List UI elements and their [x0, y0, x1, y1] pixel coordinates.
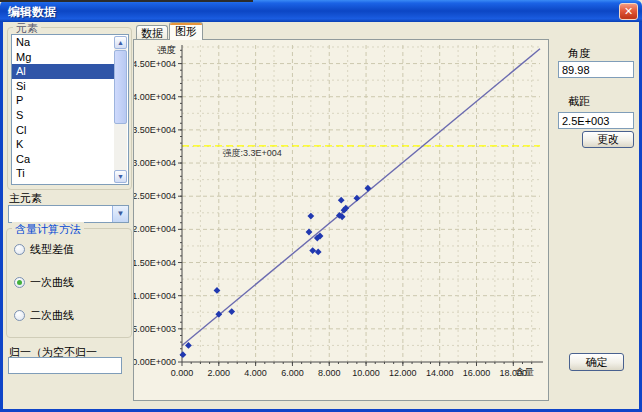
element-list[interactable]: NaMgAlSiPSClKCaTi ▲ ▼: [11, 34, 129, 185]
radio-icon[interactable]: [14, 244, 25, 255]
change-button[interactable]: 更改: [582, 131, 634, 148]
list-item-s[interactable]: S: [12, 108, 115, 123]
radio-option-1[interactable]: 线型差值: [14, 242, 74, 256]
background-window-edge: [0, 0, 253, 2]
list-item-na[interactable]: Na: [12, 35, 115, 50]
title-bar[interactable]: 编辑数据 ✕: [0, 0, 642, 22]
radio-label: 二次曲线: [30, 308, 74, 323]
list-item-p[interactable]: P: [12, 93, 115, 108]
ok-button[interactable]: 确定: [569, 353, 624, 371]
main-element-label: 主元素: [9, 191, 42, 206]
tab-graph[interactable]: 图形: [169, 22, 203, 40]
chart-tab-panel: 强度:3.3E+0040.0002.0004.0006.0008.00010.0…: [133, 39, 549, 401]
element-list-scrollbar[interactable]: ▲ ▼: [114, 36, 127, 183]
data-point[interactable]: [214, 287, 221, 294]
data-point[interactable]: [228, 308, 235, 315]
y-tick-label: 5.00E+003: [134, 324, 176, 334]
y-tick-label: 0.00E+000: [134, 357, 176, 367]
tab-data[interactable]: 数据: [136, 25, 168, 40]
x-tick-label: 0.000: [171, 368, 194, 378]
data-point[interactable]: [185, 342, 192, 349]
data-point[interactable]: [180, 351, 187, 358]
window-border-left: [0, 22, 3, 412]
y-tick-label: 2.50E+004: [134, 191, 176, 201]
radio-option-3[interactable]: 二次曲线: [14, 308, 74, 322]
data-point[interactable]: [365, 185, 372, 192]
x-tick-label: 6.000: [281, 368, 304, 378]
scroll-down-icon[interactable]: ▼: [114, 170, 127, 183]
x-tick-label: 16.000: [463, 368, 491, 378]
radio-option-2[interactable]: 一次曲线: [14, 275, 74, 289]
radio-label: 线型差值: [30, 242, 74, 257]
intercept-label: 截距: [568, 94, 590, 109]
list-item-mg[interactable]: Mg: [12, 50, 115, 65]
data-point[interactable]: [315, 249, 322, 256]
list-item-si[interactable]: Si: [12, 79, 115, 94]
scroll-up-icon[interactable]: ▲: [114, 36, 127, 49]
y-tick-label: 3.50E+004: [134, 125, 176, 135]
window-title: 编辑数据: [8, 4, 56, 21]
y-tick-label: 3.00E+004: [134, 158, 176, 168]
edit-data-dialog: 编辑数据 ✕ 元素 NaMgAlSiPSClKCaTi ▲ ▼ 主元素 ▼ 含量…: [0, 0, 642, 412]
y-tick-label: 2.00E+004: [134, 224, 176, 234]
x-tick-label: 8.000: [318, 368, 341, 378]
intercept-input[interactable]: [558, 112, 634, 129]
x-tick-label: 12.000: [389, 368, 417, 378]
close-icon[interactable]: ✕: [619, 3, 638, 20]
data-point[interactable]: [309, 247, 316, 254]
list-item-cl[interactable]: Cl: [12, 123, 115, 138]
data-point[interactable]: [307, 213, 314, 220]
y-tick-label: 4.50E+004: [134, 59, 176, 69]
normalize-input[interactable]: [8, 357, 122, 374]
y-tick-label: 1.00E+004: [134, 291, 176, 301]
list-item-ca[interactable]: Ca: [12, 152, 115, 167]
list-item-al[interactable]: Al: [12, 64, 115, 79]
scrollbar-thumb[interactable]: [114, 50, 127, 124]
radio-selected-icon[interactable]: [14, 277, 25, 288]
angle-label: 角度: [568, 46, 590, 61]
calibration-chart: 强度:3.3E+0040.0002.0004.0006.0008.00010.0…: [134, 40, 548, 400]
y-tick-label: 4.00E+004: [134, 92, 176, 102]
radio-label: 一次曲线: [30, 275, 74, 290]
list-item-k[interactable]: K: [12, 137, 115, 152]
y-axis-title: 强度: [157, 44, 176, 55]
main-element-combobox[interactable]: ▼: [8, 205, 129, 223]
chevron-down-icon[interactable]: ▼: [112, 206, 128, 222]
reference-line-label: 强度:3.3E+004: [222, 148, 281, 158]
x-tick-label: 14.000: [426, 368, 454, 378]
x-tick-label: 4.000: [244, 368, 267, 378]
radio-icon[interactable]: [14, 310, 25, 321]
x-tick-label: 2.000: [208, 368, 231, 378]
x-axis-title: 含量: [515, 366, 535, 377]
main-element-value: [9, 210, 12, 222]
method-group-label: 含量计算方法: [12, 222, 84, 237]
list-item-ti[interactable]: Ti: [12, 166, 115, 181]
x-tick-label: 10.000: [352, 368, 380, 378]
angle-input[interactable]: [558, 61, 634, 78]
y-tick-label: 1.50E+004: [134, 258, 176, 268]
calibration-fit-line: [182, 49, 540, 346]
data-point[interactable]: [338, 197, 345, 204]
